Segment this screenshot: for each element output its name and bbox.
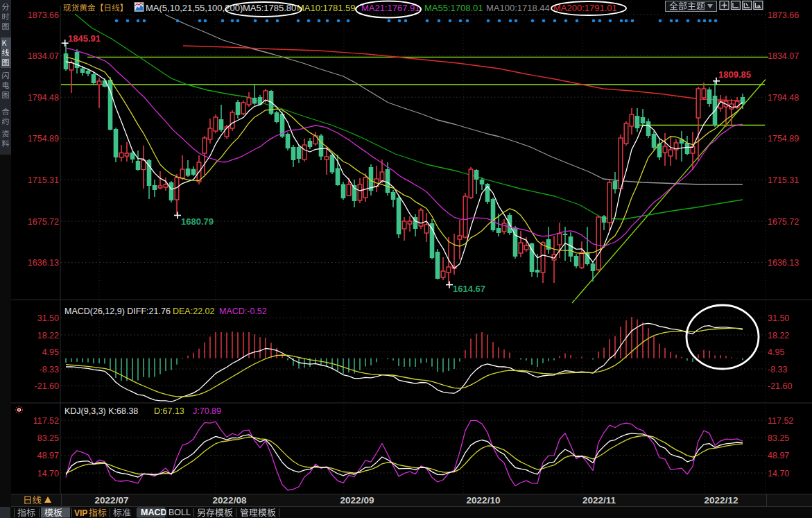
svg-text:117.52: 117.52 xyxy=(768,416,793,426)
svg-text:VIP: VIP xyxy=(74,508,87,518)
svg-text:1834.07: 1834.07 xyxy=(768,51,799,61)
svg-text:1809.85: 1809.85 xyxy=(718,69,751,80)
svg-text:1754.89: 1754.89 xyxy=(28,134,59,144)
svg-text:2022/07: 2022/07 xyxy=(95,495,129,506)
svg-text:14.70: 14.70 xyxy=(768,469,789,478)
svg-text:1754.89: 1754.89 xyxy=(768,134,799,144)
svg-text:1636.13: 1636.13 xyxy=(28,258,59,268)
svg-text:117.52: 117.52 xyxy=(33,416,59,426)
svg-text:D:67.13: D:67.13 xyxy=(154,406,184,416)
svg-text:31.50: 31.50 xyxy=(768,313,789,323)
svg-text:1845.91: 1845.91 xyxy=(68,33,101,44)
svg-text:18.22: 18.22 xyxy=(37,331,59,340)
svg-text:1715.31: 1715.31 xyxy=(28,175,59,185)
svg-text:1873.66: 1873.66 xyxy=(28,10,59,20)
svg-text:1873.66: 1873.66 xyxy=(768,10,799,20)
svg-text:14.70: 14.70 xyxy=(37,469,59,478)
svg-text:1794.48: 1794.48 xyxy=(768,93,799,103)
svg-text:-21.60: -21.60 xyxy=(35,381,59,391)
svg-text:MACD(26,12,9) DIFF:21.76: MACD(26,12,9) DIFF:21.76 xyxy=(64,307,171,316)
svg-text:31.50: 31.50 xyxy=(37,313,59,323)
svg-text:2022/12: 2022/12 xyxy=(705,495,738,506)
svg-text:MA100:1718.44: MA100:1718.44 xyxy=(486,3,550,13)
svg-text:4.95: 4.95 xyxy=(42,347,59,357)
svg-text:MACD: MACD xyxy=(141,508,167,517)
svg-text:1614.67: 1614.67 xyxy=(453,284,485,294)
svg-text:1675.72: 1675.72 xyxy=(28,217,59,227)
svg-text:1834.07: 1834.07 xyxy=(28,51,59,61)
svg-text:-8.33: -8.33 xyxy=(768,365,788,374)
svg-text:BOLL: BOLL xyxy=(169,508,191,517)
svg-text:4.95: 4.95 xyxy=(768,347,784,357)
svg-text:1715.31: 1715.31 xyxy=(768,175,799,185)
svg-text:MA10:1781.59: MA10:1781.59 xyxy=(297,3,356,13)
svg-text:48.97: 48.97 xyxy=(37,451,59,460)
svg-text:2022/11: 2022/11 xyxy=(582,495,616,506)
svg-text:18.22: 18.22 xyxy=(768,331,789,340)
svg-text:83.25: 83.25 xyxy=(37,433,59,443)
svg-text:1636.13: 1636.13 xyxy=(768,258,799,268)
svg-text:2022/08: 2022/08 xyxy=(213,495,247,506)
svg-text:-8.33: -8.33 xyxy=(40,365,60,374)
svg-text:DEA:22.02: DEA:22.02 xyxy=(173,307,215,316)
svg-text:1680.79: 1680.79 xyxy=(181,216,214,227)
svg-text:1794.48: 1794.48 xyxy=(28,93,59,103)
svg-text:MA21:1767.91: MA21:1767.91 xyxy=(361,3,420,13)
svg-text:MACD:-0.52: MACD:-0.52 xyxy=(219,307,267,316)
svg-text:2022/10: 2022/10 xyxy=(467,495,501,506)
svg-text:1675.72: 1675.72 xyxy=(768,217,799,227)
svg-text:MA200:1791.01: MA200:1791.01 xyxy=(553,3,617,13)
svg-text:-21.60: -21.60 xyxy=(768,381,792,391)
svg-text:48.97: 48.97 xyxy=(768,451,789,460)
svg-text:MA55:1708.01: MA55:1708.01 xyxy=(424,3,483,13)
svg-text:KDJ(9,3,3) K:68.38: KDJ(9,3,3) K:68.38 xyxy=(64,406,138,416)
svg-text:2022/09: 2022/09 xyxy=(340,495,374,506)
svg-text:J:70.89: J:70.89 xyxy=(193,406,221,416)
svg-text:83.25: 83.25 xyxy=(768,433,789,443)
